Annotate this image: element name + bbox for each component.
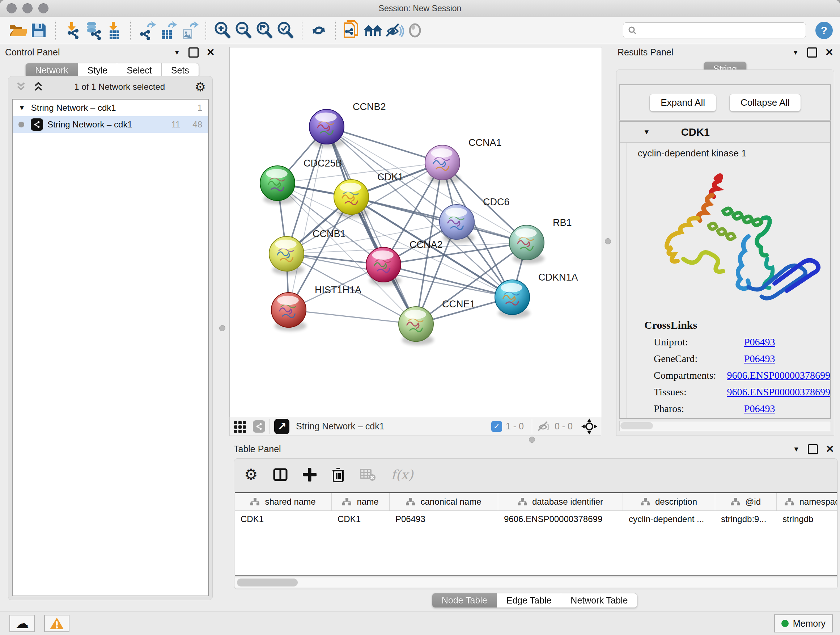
export-table-icon[interactable] [158,19,179,41]
node-CCNE1[interactable]: CCNE1 [399,299,475,345]
network-view-type-icon[interactable] [253,420,265,432]
function-builder-icon[interactable]: f(x) [391,467,414,482]
network-options-gear-icon[interactable]: ⚙ [195,81,206,93]
edge-HIST1H1A-CCNE1[interactable] [289,310,416,324]
control-panel-float-icon[interactable] [188,48,199,57]
node-RB1[interactable]: RB1 [509,217,572,264]
export-image-icon[interactable] [179,19,200,41]
control-panel-close-icon[interactable]: ✕ [207,48,215,57]
column-header--id[interactable]: @id [715,493,777,510]
table-row[interactable]: CDK1CDK1P064939606.ENSP00000378699cyclin… [235,511,837,527]
crosslink-row: Tissues:9606.ENSP00000378699 [654,386,830,398]
table-panel-close-icon[interactable]: ✕ [826,444,834,454]
help-icon[interactable]: ? [815,22,833,39]
cell[interactable]: CDK1 [235,511,332,527]
column-header-name[interactable]: name [332,493,390,510]
column-header-description[interactable]: description [623,493,715,510]
tab-style[interactable]: Style [78,63,118,78]
cell[interactable]: P06493 [390,511,498,527]
search-input[interactable] [637,25,801,36]
warnings-button[interactable] [44,615,69,632]
cell[interactable]: cyclin-dependent ... [623,511,715,527]
crosslink-link[interactable]: 9606.ENSP00000378699 [727,370,830,381]
network-canvas[interactable]: CCNB2CCNA1CDC25BCDK1CDC6RB1CCNB1CCNA2CDK… [229,47,602,417]
column-header-database-identifier[interactable]: database identifier [498,493,623,510]
tab-network[interactable]: Network [25,63,78,78]
export-network-icon[interactable] [137,19,158,41]
node-CCNA1[interactable]: CCNA1 [425,137,502,184]
grid-view-icon[interactable] [233,420,247,433]
results-panel-float-icon[interactable] [807,48,817,57]
column-header-shared-name[interactable]: shared name [235,493,332,510]
zoom-fit-icon[interactable] [254,19,275,41]
save-session-icon[interactable] [28,19,49,41]
node-HIST1H1A[interactable]: HIST1H1A [271,285,362,331]
node-CCNA2[interactable]: CCNA2 [366,239,443,286]
node-CDC25B[interactable]: CDC25B [260,158,342,204]
expand-all-icon[interactable] [32,81,44,92]
network-collection-row[interactable]: ▼ String Network – cdk1 1 [13,100,208,116]
string-overview-eye-icon[interactable] [404,19,425,41]
toolbar-separator [130,21,131,40]
collapse-all-button[interactable]: Collapse All [729,94,801,111]
crosslink-row: Uniprot:P06493 [654,336,830,348]
network-row[interactable]: String Network – cdk1 11 48 [13,116,208,133]
delete-table-icon[interactable] [360,468,376,481]
edge-CCNA1-CDC25B[interactable] [278,163,442,183]
add-column-icon[interactable] [303,468,317,481]
table-options-gear-icon[interactable]: ⚙ [244,467,258,482]
table-panel-float-icon[interactable] [808,444,818,454]
crosslink-link[interactable]: P06493 [744,353,775,364]
edge-CCNB2-HIST1H1A[interactable] [289,127,327,310]
table-horizontal-scrollbar[interactable] [235,578,837,587]
cell[interactable]: stringdb:9... [715,511,777,527]
tab-select[interactable]: Select [117,63,161,78]
results-horizontal-scrollbar[interactable] [619,421,831,431]
gene-expand-icon[interactable]: ▼ [643,128,650,136]
control-panel-menu-icon[interactable]: ▼ [174,49,180,57]
toolbar-separator [270,419,270,434]
import-network-from-file-icon[interactable] [62,19,82,41]
zoom-out-icon[interactable] [233,19,254,41]
import-table-from-file-icon[interactable] [103,19,125,41]
tab-edge-table[interactable]: Edge Table [497,593,561,608]
open-session-icon[interactable] [7,19,28,41]
tab-node-table[interactable]: Node Table [432,593,497,608]
delete-column-icon[interactable] [332,467,345,482]
left-splitter-handle[interactable] [219,325,225,331]
tab-sets[interactable]: Sets [162,63,199,78]
string-home-icon[interactable] [363,19,384,41]
import-network-from-database-icon[interactable] [82,19,103,41]
results-panel-menu-icon[interactable]: ▼ [792,49,799,57]
right-splitter-handle[interactable] [605,238,611,244]
cell[interactable]: CDK1 [332,511,390,527]
import-string-network-icon[interactable] [341,19,363,41]
zoom-in-icon[interactable] [212,19,233,41]
cloud-status-button[interactable]: ☁ [9,615,35,632]
memory-button[interactable]: Memory [774,614,833,632]
expand-all-button[interactable]: Expand All [649,94,716,111]
selected-nodes-checkbox[interactable]: ✓ [491,421,502,432]
zoom-selected-icon[interactable] [275,19,296,41]
column-header-namespace[interactable]: namespace [777,493,837,510]
crosslink-link[interactable]: P06493 [744,336,775,348]
show-columns-icon[interactable] [273,467,287,482]
crosslink-link[interactable]: 9606.ENSP00000378699 [727,386,830,398]
node-CDKN1A[interactable]: CDKN1A [495,272,578,318]
edge-CCNA2-CDKN1A[interactable] [384,264,512,297]
edge-CCNB2-CCNA1[interactable] [327,127,442,163]
results-panel-close-icon[interactable]: ✕ [825,48,834,57]
birdseye-view-icon[interactable]: ↗ [274,419,289,434]
hidden-elements-icon[interactable] [537,420,551,432]
tab-network-table[interactable]: Network Table [561,593,638,608]
apply-preferred-layout-icon[interactable] [308,19,329,41]
collapse-all-icon[interactable] [15,81,27,92]
fit-content-crosshair-icon[interactable] [581,418,597,434]
collection-expand-icon[interactable]: ▼ [19,104,25,112]
crosslink-link[interactable]: P06493 [744,403,775,415]
cell[interactable]: stringdb [777,511,837,527]
column-header-canonical-name[interactable]: canonical name [390,493,498,510]
table-panel-menu-icon[interactable]: ▼ [793,445,800,453]
string-style-eye-icon[interactable] [384,19,404,41]
cell[interactable]: 9606.ENSP00000378699 [498,511,623,527]
